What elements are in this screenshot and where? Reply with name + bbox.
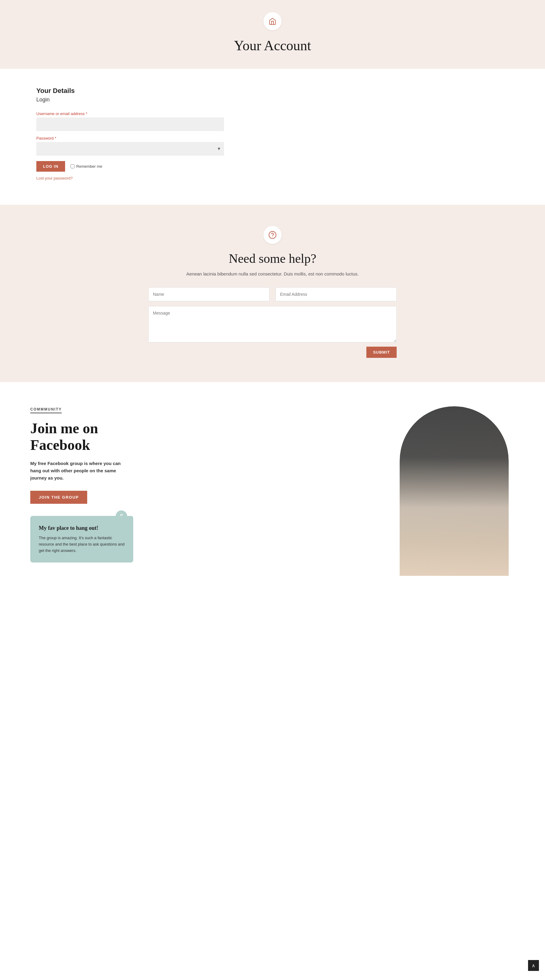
username-group: Username or email address * <box>36 111 236 131</box>
community-description: My free Facebook group is where you can … <box>30 460 127 482</box>
login-actions: LOG IN Remember me <box>36 161 236 172</box>
community-left: COMMMUNITY Join me on Facebook My free F… <box>30 406 381 563</box>
remember-me-checkbox[interactable] <box>70 164 75 168</box>
page-title: Your Account <box>6 38 539 54</box>
quote-mark: ” <box>116 511 127 522</box>
community-heading: Join me on Facebook <box>30 420 381 453</box>
help-message-input[interactable] <box>148 306 397 342</box>
community-right <box>400 406 515 576</box>
help-section: Need some help? Aenean lacinia bibendum … <box>0 205 545 382</box>
password-input[interactable] <box>36 142 224 156</box>
submit-button[interactable]: SUBMIT <box>367 347 397 358</box>
help-name-input[interactable] <box>148 287 269 301</box>
community-image <box>400 406 509 576</box>
password-wrapper: ▼ <box>36 142 224 156</box>
details-section: Your Details Login Username or email add… <box>0 69 272 205</box>
header-icon-circle <box>263 12 282 30</box>
testimonial-box: ” My fav place to hang out! The group is… <box>30 516 133 562</box>
home-icon <box>269 17 276 25</box>
image-overlay <box>400 406 509 576</box>
person-silhouette <box>400 406 509 576</box>
password-group: Password * ▼ <box>36 136 236 156</box>
help-title: Need some help? <box>24 251 521 266</box>
login-button[interactable]: LOG IN <box>36 161 65 172</box>
testimonial-text: The group is amazing. It’s such a fantas… <box>39 535 125 554</box>
community-section: COMMMUNITY Join me on Facebook My free F… <box>0 382 545 600</box>
help-subtitle: Aenean lacinia bibendum nulla sed consec… <box>24 271 521 277</box>
password-label: Password * <box>36 136 236 140</box>
header-section: Your Account <box>0 0 545 69</box>
remember-me-label[interactable]: Remember me <box>70 164 102 169</box>
help-submit-row: SUBMIT <box>148 347 397 358</box>
help-email-input[interactable] <box>276 287 397 301</box>
password-toggle-icon[interactable]: ▼ <box>217 146 221 151</box>
username-label: Username or email address * <box>36 111 236 116</box>
help-icon-circle <box>263 226 282 244</box>
community-tag: COMMMUNITY <box>30 407 62 413</box>
login-subheading: Login <box>36 97 236 103</box>
help-icon <box>268 231 277 239</box>
details-heading: Your Details <box>36 87 236 95</box>
join-group-button[interactable]: JOIN THE GROUP <box>30 491 87 504</box>
svg-point-0 <box>269 231 276 238</box>
lost-password-link[interactable]: Lost your password? <box>36 176 236 180</box>
testimonial-title: My fav place to hang out! <box>39 525 125 531</box>
help-name-email-row <box>148 287 397 301</box>
help-form: SUBMIT <box>148 287 397 358</box>
username-input[interactable] <box>36 118 224 131</box>
